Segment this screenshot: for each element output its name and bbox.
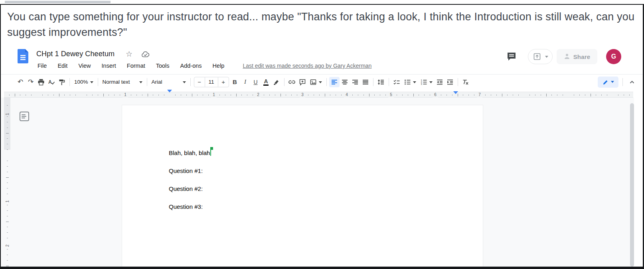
align-justify-button[interactable] [360,77,371,87]
font-size-group: − 11 + [194,77,229,87]
present-dropdown-arrow [545,56,548,59]
paragraph[interactable]: Question #1: [169,167,483,175]
decrease-font-size-button[interactable]: − [194,77,205,87]
insert-image-button[interactable] [308,77,324,87]
document-page[interactable]: Blah, blah, blah Question #1: Question #… [122,105,483,267]
bulleted-list-dropdown-arrow [413,81,416,85]
decrease-indent-button[interactable] [435,77,445,87]
share-button[interactable]: Share [557,49,597,64]
increase-font-size-button[interactable]: + [218,77,229,87]
indent-icon [446,79,454,86]
paragraph-text: Blah, blah, blah [169,149,210,156]
menu-addons[interactable]: Add-ons [179,62,203,70]
paragraph[interactable]: Question #2: [169,185,483,192]
numbered-list-icon: 1 2 3 [420,79,427,86]
scrollbar-gutter [634,98,643,267]
printer-icon [38,79,45,86]
add-comment-button[interactable] [297,77,308,87]
account-avatar[interactable]: G [606,49,621,64]
align-left-button[interactable] [329,77,340,87]
show-outline-button[interactable] [20,112,29,121]
ruler-number: 4 [344,92,350,98]
paragraph-text: Question #1: [169,167,203,174]
ruler-number: 3 [300,92,305,98]
align-center-button[interactable] [340,77,350,87]
font-select[interactable]: Arial [150,77,188,87]
toolbar-separator [389,78,389,86]
numbered-list-dropdown-arrow [429,81,433,85]
svg-text:A: A [48,79,52,84]
line-spacing-icon [377,79,385,86]
text-color-button[interactable]: A [261,77,271,87]
insert-link-button[interactable] [287,77,297,87]
share-label: Share [573,53,591,60]
menu-format[interactable]: Format [126,62,146,70]
align-right-button[interactable] [350,77,360,87]
toolbar-separator [147,78,147,86]
menu-help[interactable]: Help [211,62,226,70]
vertical-ruler[interactable]: 1 1 2 [4,98,10,267]
present-button[interactable] [528,49,553,64]
comment-plus-icon [299,79,306,86]
print-button[interactable] [36,77,46,87]
bulleted-list-button[interactable] [402,77,418,87]
font-size-input[interactable]: 11 [205,77,218,87]
hide-menus-button[interactable] [627,77,637,87]
redo-button[interactable]: ↷ [26,77,36,87]
menu-edit[interactable]: Edit [56,62,69,70]
zoom-select[interactable]: 100% [72,77,95,87]
docs-header: CHpt 1 Dewey Cheetum ☆ File Edit View In… [1,43,643,75]
paint-format-button[interactable] [57,77,67,87]
italic-button[interactable]: I [240,77,251,87]
paint-roller-icon [58,79,65,86]
star-icon[interactable]: ☆ [126,50,132,58]
paragraph-style-select[interactable]: Normal text [101,77,144,87]
toolbar-separator [458,78,458,86]
line-spacing-button[interactable] [376,77,386,87]
zoom-dropdown-arrow [90,81,93,85]
underline-button[interactable]: U [251,77,261,87]
document-title[interactable]: CHpt 1 Dewey Cheetum [36,50,115,58]
font-dropdown-arrow [183,81,186,85]
ruler-number: 1 [211,92,217,98]
editing-mode-button[interactable] [598,77,618,88]
ruler-number: 2 [255,92,261,98]
clear-formatting-button[interactable] [460,77,471,87]
paragraph[interactable]: Question #3: [169,203,483,210]
bold-button[interactable]: B [230,77,240,87]
checklist-icon [393,79,400,86]
svg-text:3: 3 [421,83,422,85]
toolbar-separator [284,78,284,86]
numbered-list-button[interactable]: 1 2 3 [418,77,435,87]
ruler-number: 2 [5,243,10,249]
checklist-button[interactable] [391,77,402,87]
instruction-line-1: You can type something for your instruct… [7,9,635,25]
horizontal-ruler[interactable]: 1 1 2 3 4 5 6 7 [4,92,633,98]
right-indent-marker[interactable] [453,94,458,101]
increase-indent-button[interactable] [445,77,455,87]
ruler-number: 6 [433,92,438,98]
paragraph-text: Question #2: [169,185,203,192]
comments-history-icon[interactable] [506,51,517,62]
toolbar-separator [622,78,623,86]
last-edit-link[interactable]: Last edit was made seconds ago by Gary A… [243,63,371,69]
cloud-saved-icon[interactable] [141,51,150,58]
spell-check-button[interactable]: A [46,77,57,87]
app-window: You can type something for your instruct… [0,4,644,269]
image-dropdown-arrow [319,81,322,85]
menu-insert[interactable]: Insert [101,62,117,70]
browser-top-strip [5,1,111,3]
toolbar-separator [69,78,70,86]
google-docs-icon[interactable] [18,49,28,63]
menu-view[interactable]: View [77,62,92,70]
left-indent-marker[interactable] [167,92,172,100]
page-content: Blah, blah, blah Question #1: Question #… [122,105,483,210]
vertical-scrollbar-thumb[interactable] [630,103,634,267]
outdent-icon [436,79,443,86]
menu-tools[interactable]: Tools [155,62,171,70]
undo-button[interactable]: ↶ [15,77,26,87]
menu-file[interactable]: File [36,62,48,70]
highlight-color-button[interactable] [271,77,282,87]
person-icon [564,53,570,60]
paragraph[interactable]: Blah, blah, blah [169,149,483,157]
